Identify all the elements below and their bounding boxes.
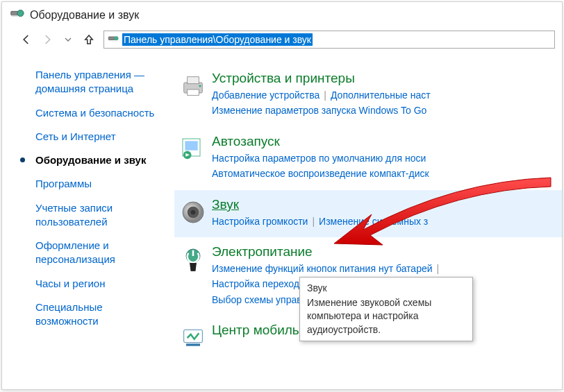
svg-point-8 (199, 85, 201, 87)
sidebar-item-clock[interactable]: Часы и регион (16, 277, 167, 291)
svg-point-1 (17, 10, 24, 17)
speaker-icon (174, 197, 212, 226)
svg-rect-7 (188, 90, 199, 95)
tooltip-body: Изменение звуковой схемы компьютера и на… (307, 296, 465, 337)
back-button[interactable] (20, 33, 33, 46)
control-panel-icon (9, 6, 24, 24)
tooltip-title: Звук (307, 282, 465, 296)
sidebar-item-home[interactable]: Панель управления — домашняя страница (16, 68, 167, 96)
sublink-advanced[interactable]: Дополнительные наст (331, 90, 431, 101)
category-title[interactable]: Устройства и принтеры (212, 71, 562, 86)
nav-toolbar: Панель управления\Оборудование и звук (2, 28, 562, 56)
sidebar-item-accounts[interactable]: Учетные записи пользователей (16, 201, 167, 230)
sublink-power-buttons[interactable]: Изменение функций кнопок питания (212, 263, 376, 274)
category-autoplay: Автозапуск Настройка параметров по умолч… (174, 127, 562, 190)
mobility-icon (174, 323, 212, 352)
sidebar-item-network[interactable]: Сеть и Интернет (16, 130, 167, 144)
address-bar[interactable]: Панель управления\Оборудование и звук (103, 31, 555, 49)
category-title[interactable]: Автозапуск (212, 134, 562, 149)
sublink-battery[interactable]: нут батарей (379, 263, 433, 274)
forward-button[interactable] (41, 33, 53, 46)
history-dropdown[interactable] (62, 33, 74, 46)
category-devices-printers: Устройства и принтеры Добавление устройс… (174, 64, 562, 127)
printer-icon (174, 71, 212, 100)
svg-rect-6 (188, 77, 199, 84)
sidebar-item-system[interactable]: Система и безопасность (16, 106, 167, 120)
power-icon (174, 244, 212, 273)
category-title[interactable]: Электропитание (212, 244, 562, 259)
sublink-add-device[interactable]: Добавление устройства (212, 90, 320, 101)
sidebar-item-hardware-sound[interactable]: Оборудование и звук (16, 153, 167, 167)
category-title-sound[interactable]: Звук (212, 197, 562, 212)
tooltip: Звук Изменение звуковой схемы компьютера… (299, 277, 473, 341)
up-button[interactable] (83, 33, 95, 46)
sidebar-item-appearance[interactable]: Оформление и персонализация (16, 239, 167, 267)
titlebar: Оборудование и звук (2, 2, 562, 28)
sublink-cd-autoplay[interactable]: Автоматическое воспроизведение компакт-д… (212, 168, 429, 179)
sublink-togo[interactable]: Изменение параметров запуска Windows To … (212, 105, 426, 116)
sublink-system-sounds[interactable]: Изменение системных з (319, 216, 428, 227)
sidebar-item-programs[interactable]: Программы (16, 177, 167, 191)
sublink-default-media[interactable]: Настройка параметров по умолчанию для но… (212, 153, 426, 164)
window-title: Оборудование и звук (30, 9, 139, 22)
sidebar-item-accessibility[interactable]: Специальные возможности (16, 300, 167, 329)
address-icon (107, 33, 119, 47)
svg-rect-10 (185, 141, 197, 150)
svg-rect-18 (186, 343, 200, 346)
sublink-volume[interactable]: Настройка громкости (212, 216, 308, 227)
svg-point-14 (191, 210, 196, 214)
autoplay-icon (174, 134, 212, 163)
svg-point-4 (115, 36, 119, 40)
category-sound: Звук Настройка громкости|Изменение систе… (174, 190, 562, 237)
address-path: Панель управления\Оборудование и звук (122, 33, 313, 46)
sidebar: Панель управления — домашняя страница Си… (2, 56, 174, 389)
svg-rect-2 (12, 15, 18, 17)
